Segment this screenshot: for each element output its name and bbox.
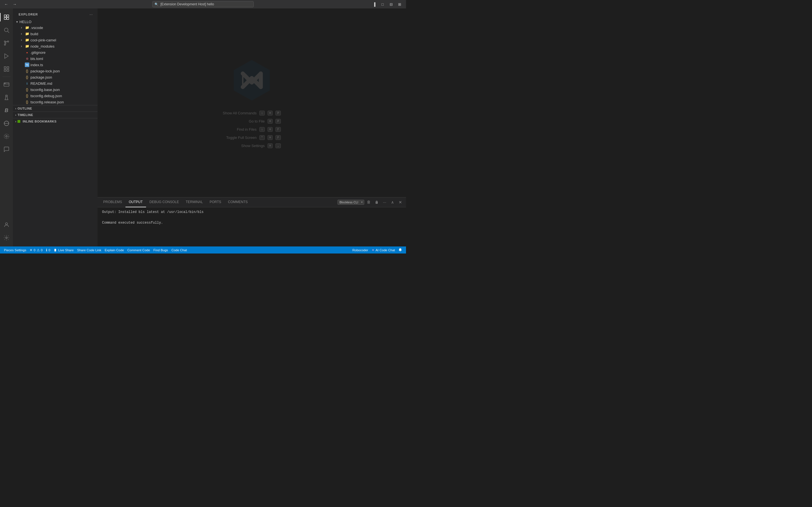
back-button[interactable]: ← [3, 1, 10, 8]
spacer-icon [19, 100, 24, 104]
svg-point-22 [5, 223, 7, 225]
tree-item-bls-toml[interactable]: ⚙ bls.toml [13, 55, 98, 62]
activity-bar-item-settings[interactable] [0, 231, 13, 244]
status-item-errors[interactable]: ✕ 0 ⚠ 0 [28, 246, 44, 253]
spacer-icon [19, 56, 24, 61]
file-name: .gitignore [31, 50, 45, 55]
forward-button[interactable]: → [11, 1, 18, 8]
tree-item-readme-md[interactable]: ℹ README.md [13, 80, 98, 87]
status-item-comment-code[interactable]: Comment Code [126, 246, 152, 253]
kbd-cmd: ⌘ [267, 111, 273, 115]
kbd-f: F [275, 135, 281, 140]
tree-item-cool-pink-camel[interactable]: › 📁 cool-pink-camel [13, 37, 98, 43]
main-area: B [0, 8, 406, 246]
tree-item-build[interactable]: › 📁 build [13, 31, 98, 37]
panel-tab-debug-console[interactable]: DEBUG CONSOLE [146, 198, 183, 207]
tree-item-tsconfig-debug[interactable]: {} tsconfig.debug.json [13, 93, 98, 99]
svg-point-16 [5, 83, 5, 83]
panel-collapse-button[interactable]: ∧ [389, 199, 396, 206]
split-editor-button[interactable]: ⊟ [388, 1, 395, 8]
tree-item-vscode[interactable]: › 📁 .vscode [13, 24, 98, 31]
panel-tab-comments[interactable]: COMMENTS [225, 198, 251, 207]
tree-item-package-lock-json[interactable]: {} package-lock.json [13, 68, 98, 74]
tree-item-index-ts[interactable]: TS index.ts [13, 62, 98, 68]
panel-clear-button[interactable] [365, 199, 372, 206]
kbd-ctrl: ^ [259, 135, 265, 140]
activity-bar-item-search[interactable] [0, 24, 13, 37]
sidebar-section-timeline: › TIMELINE [13, 112, 98, 118]
panel-more-button[interactable]: ··· [381, 199, 388, 206]
ai-code-chat-label: AI Code Chat [375, 248, 395, 252]
tree-item-gitignore[interactable]: ● .gitignore [13, 49, 98, 55]
activity-bar-item-extensions[interactable] [0, 62, 13, 75]
spacer-icon [19, 50, 24, 55]
activity-bar-item-b[interactable]: B [0, 104, 13, 117]
kbd-comma: , [275, 144, 281, 148]
file-icon-toml: ⚙ [25, 56, 29, 61]
sidebar-header-actions: ··· [88, 11, 94, 17]
svg-rect-10 [4, 67, 6, 68]
activity-bar-item-remote[interactable] [0, 78, 13, 91]
status-item-share-code-link[interactable]: Share Code Link [75, 246, 103, 253]
status-item-robocoder[interactable]: Robocoder [351, 246, 370, 253]
sidebar-toggle-button[interactable]: ▐ [370, 1, 378, 8]
activity-bar-item-source-control[interactable] [0, 37, 13, 50]
panel-tab-ports[interactable]: PORTS [206, 198, 224, 207]
sidebar-title: EXPLORER [18, 13, 38, 16]
svg-rect-2 [4, 17, 6, 19]
svg-rect-13 [7, 69, 9, 71]
file-icon-gitignore: ● [25, 50, 29, 55]
status-item-notifications[interactable] [397, 246, 404, 253]
tree-item-tsconfig-base[interactable]: {} tsconfig.base.json [13, 87, 98, 93]
shortcut-toggle-full-screen: Toggle Full Screen ^ ⌘ F [226, 135, 281, 140]
panel-tab-terminal[interactable]: TERMINAL [183, 198, 206, 207]
tree-item-tsconfig-release[interactable]: {} tsconfig.release.json [13, 99, 98, 105]
status-item-code-chat[interactable]: Code Chat [170, 246, 189, 253]
kbd-cmd: ⌘ [267, 144, 273, 148]
activity-bar-item-run-debug[interactable] [0, 50, 13, 62]
file-name: cool-pink-camel [31, 38, 56, 42]
status-item-info[interactable]: ℹ 0 [44, 246, 52, 253]
layout-button[interactable]: □ [379, 1, 386, 8]
comment-code-label: Comment Code [128, 248, 150, 252]
tree-item-node-modules[interactable]: › 📁 node_modules [13, 43, 98, 49]
tree-item-package-json[interactable]: {} package.json [13, 74, 98, 80]
status-item-live-share[interactable]: Live Share [52, 246, 75, 253]
sidebar-section-outline: › OUTLINE [13, 105, 98, 112]
outline-section-header[interactable]: › OUTLINE [13, 106, 98, 111]
activity-bar-item-chat[interactable] [0, 143, 13, 156]
svg-point-7 [7, 41, 9, 42]
inline-bookmarks-label: INLINE BOOKMARKS [22, 120, 56, 123]
svg-line-5 [8, 31, 9, 33]
customize-layout-button[interactable]: ⊞ [396, 1, 403, 8]
kbd-cmd: ⌘ [267, 135, 273, 140]
tree-root-hello[interactable]: ▼ HELLO [13, 19, 98, 24]
inline-bookmarks-section-header[interactable]: › INLINE BOOKMARKS [13, 119, 98, 124]
activity-bar-item-account[interactable] [0, 218, 13, 231]
activity-bar-item-explorer[interactable] [0, 11, 13, 24]
shortcut-go-to-file: Go to File ⌘ P [249, 119, 281, 124]
chevron-right-icon: › [19, 25, 24, 30]
sidebar-more-button[interactable]: ··· [88, 11, 94, 17]
activity-bar-item-plugin1[interactable] [0, 117, 13, 130]
panel-tab-output[interactable]: OUTPUT [125, 198, 146, 207]
panel-tab-problems[interactable]: PROBLEMS [100, 198, 125, 207]
kbd-f: F [275, 127, 281, 132]
panel-lock-button[interactable] [373, 199, 380, 206]
output-selector[interactable]: Blockless CLI [338, 200, 364, 205]
activity-bar-divider [3, 76, 10, 77]
titlebar-search-input[interactable] [152, 1, 254, 7]
folder-icon: 📁 [25, 38, 29, 42]
activity-bar-item-plugin2[interactable] [0, 130, 13, 143]
notifications-icon [398, 248, 402, 252]
panel-close-button[interactable]: ✕ [397, 199, 404, 206]
status-item-find-bugs[interactable]: Find Bugs [152, 246, 170, 253]
status-item-explain-code[interactable]: Explain Code [103, 246, 125, 253]
chevron-right-icon: › [15, 113, 16, 117]
activity-bar-item-testing[interactable] [0, 91, 13, 104]
inline-bookmark-indicator [17, 120, 20, 123]
status-item-ai-code-chat[interactable]: ✦ AI Code Chat [370, 246, 397, 253]
status-item-pieces-settings[interactable]: Pieces Settings [2, 246, 28, 253]
shortcut-label: Go to File [249, 119, 264, 123]
timeline-section-header[interactable]: › TIMELINE [13, 112, 98, 117]
